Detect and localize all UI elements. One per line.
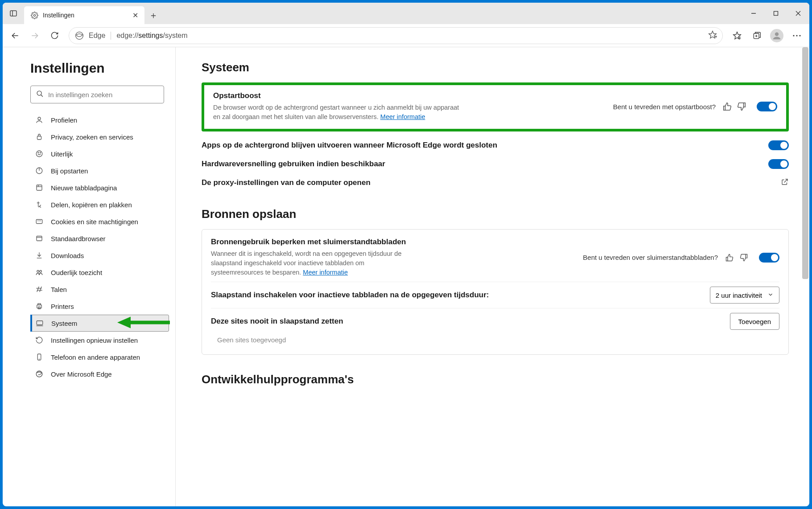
devices-icon xyxy=(35,353,44,361)
menu-button[interactable] xyxy=(788,27,806,45)
startup-boost-title: Opstartboost xyxy=(213,91,613,100)
svg-point-20 xyxy=(793,35,794,36)
sidebar-item-system[interactable]: Systeem xyxy=(30,315,169,332)
cookies-icon xyxy=(35,217,44,226)
sleeping-tabs-card: Bronnengebruik beperken met sluimerstand… xyxy=(202,229,789,355)
languages-icon xyxy=(35,285,44,294)
system-icon xyxy=(35,319,44,328)
nav-label: Ouderlijk toezicht xyxy=(51,269,102,276)
privacy-icon xyxy=(35,132,44,141)
scrollbar-thumb[interactable] xyxy=(802,47,808,279)
sidebar-item-reset[interactable]: Instellingen opnieuw instellen xyxy=(30,332,169,349)
bg-apps-toggle[interactable] xyxy=(768,140,789,150)
svg-rect-32 xyxy=(37,185,42,190)
gear-icon xyxy=(30,11,38,19)
browser-tab[interactable]: Instellingen ✕ xyxy=(24,6,144,24)
sidebar-item-devices[interactable]: Telefoon en andere apparaten xyxy=(30,349,169,365)
thumbs-up-button[interactable] xyxy=(723,251,736,264)
downloads-icon xyxy=(35,251,44,260)
svg-rect-46 xyxy=(37,305,42,308)
sidebar-item-defaultbrowser[interactable]: Standaardbrowser xyxy=(30,230,169,247)
titlebar: Instellingen ✕ ＋ xyxy=(3,3,809,24)
sleeping-tabs-toggle[interactable] xyxy=(759,253,779,263)
share-icon xyxy=(35,200,44,209)
svg-line-24 xyxy=(41,94,43,96)
tab-close-button[interactable]: ✕ xyxy=(131,11,139,19)
thumbs-up-button[interactable] xyxy=(721,100,734,113)
sidebar-item-appearance[interactable]: Uiterlijk xyxy=(30,145,169,162)
sidebar-item-downloads[interactable]: Downloads xyxy=(30,247,169,264)
svg-marker-13 xyxy=(734,32,741,39)
bg-apps-row: Apps op de achtergrond blijven uitvoeren… xyxy=(202,136,789,155)
about-icon xyxy=(35,369,44,378)
sleep-more-info-link[interactable]: Meer informatie xyxy=(303,269,348,276)
thumbs-down-button[interactable] xyxy=(738,251,750,264)
startup-more-info-link[interactable]: Meer informatie xyxy=(380,113,425,120)
add-site-button[interactable]: Toevoegen xyxy=(730,313,779,330)
sidebar-item-newtab[interactable]: Nieuwe tabbladpagina xyxy=(30,179,169,196)
defaultbrowser-icon xyxy=(35,234,44,243)
toolbar: Edge edge://settings/system xyxy=(3,24,809,47)
nav-label: Over Microsoft Edge xyxy=(51,370,112,378)
nav-label: Cookies en site machtigingen xyxy=(51,218,138,226)
sidebar-heading: Instellingen xyxy=(30,61,169,76)
printers-icon xyxy=(35,302,44,311)
tab-actions-button[interactable] xyxy=(3,3,24,24)
sidebar-item-about[interactable]: Over Microsoft Edge xyxy=(30,365,169,382)
sleep-timeout-select[interactable]: 2 uur inactiviteit xyxy=(710,287,779,304)
favorites-button[interactable] xyxy=(728,27,746,45)
profile-button[interactable] xyxy=(770,29,783,42)
sidebar-item-family[interactable]: Ouderlijk toezicht xyxy=(30,264,169,281)
proxy-row[interactable]: De proxy-instellingen van de computer op… xyxy=(202,173,789,192)
collections-button[interactable] xyxy=(748,27,766,45)
nav-label: Instellingen opnieuw instellen xyxy=(51,337,138,344)
section-devtools-title: Ontwikkelhulpprogramma's xyxy=(202,373,789,386)
annotation-arrow xyxy=(117,316,171,331)
svg-point-29 xyxy=(40,152,41,153)
sidebar-item-privacy[interactable]: Privacy, zoeken en services xyxy=(30,128,169,145)
sidebar-item-printers[interactable]: Printers xyxy=(30,298,169,315)
hw-accel-label: Hardwareversnelling gebruiken indien bes… xyxy=(202,160,760,168)
startup-boost-toggle[interactable] xyxy=(757,102,777,111)
newtab-icon xyxy=(35,183,44,192)
new-tab-button[interactable]: ＋ xyxy=(144,6,162,24)
sidebar-item-onstartup[interactable]: Bij opstarten xyxy=(30,162,169,179)
settings-main: Systeem Opstartboost De browser wordt op… xyxy=(176,47,809,506)
scrollbar[interactable] xyxy=(802,47,808,504)
section-system-title: Systeem xyxy=(202,61,789,74)
nav-label: Privacy, zoeken en services xyxy=(51,133,133,141)
sleep-timeout-value: 2 uur inactiviteit xyxy=(716,291,762,299)
startup-boost-highlight: Opstartboost De browser wordt op de acht… xyxy=(202,82,789,131)
settings-search[interactable] xyxy=(30,86,164,103)
hw-accel-row: Hardwareversnelling gebruiken indien bes… xyxy=(202,155,789,173)
svg-rect-35 xyxy=(36,220,42,224)
external-link-icon xyxy=(781,178,789,188)
appearance-icon xyxy=(35,149,44,158)
maximize-button[interactable] xyxy=(765,3,787,24)
forward-button[interactable] xyxy=(26,27,44,45)
search-input[interactable] xyxy=(48,91,158,99)
onstartup-icon xyxy=(35,166,44,175)
svg-rect-48 xyxy=(38,307,41,309)
sidebar-item-share[interactable]: Delen, kopiëren en plakken xyxy=(30,196,169,213)
add-favorite-button[interactable] xyxy=(708,30,717,41)
minimize-button[interactable] xyxy=(742,3,765,24)
sidebar-item-profiles[interactable]: Profielen xyxy=(30,111,169,128)
nav-label: Standaardbrowser xyxy=(51,235,106,242)
address-bar[interactable]: Edge edge://settings/system xyxy=(69,27,723,44)
close-button[interactable] xyxy=(787,3,809,24)
refresh-button[interactable] xyxy=(45,27,63,45)
back-button[interactable] xyxy=(6,27,24,45)
svg-point-22 xyxy=(799,35,800,36)
nav-label: Downloads xyxy=(51,252,84,259)
hw-accel-toggle[interactable] xyxy=(768,159,789,169)
sidebar-item-languages[interactable]: Talen xyxy=(30,281,169,298)
settings-nav: ProfielenPrivacy, zoeken en servicesUite… xyxy=(30,111,169,382)
url-text: edge://settings/system xyxy=(115,32,704,40)
thumbs-down-button[interactable] xyxy=(735,100,748,113)
svg-rect-26 xyxy=(37,136,41,140)
edge-window: Instellingen ✕ ＋ Edge edge://settings/sy… xyxy=(3,3,809,506)
svg-rect-39 xyxy=(37,236,42,241)
sidebar-item-cookies[interactable]: Cookies en site machtigingen xyxy=(30,213,169,230)
window-controls xyxy=(742,3,809,24)
